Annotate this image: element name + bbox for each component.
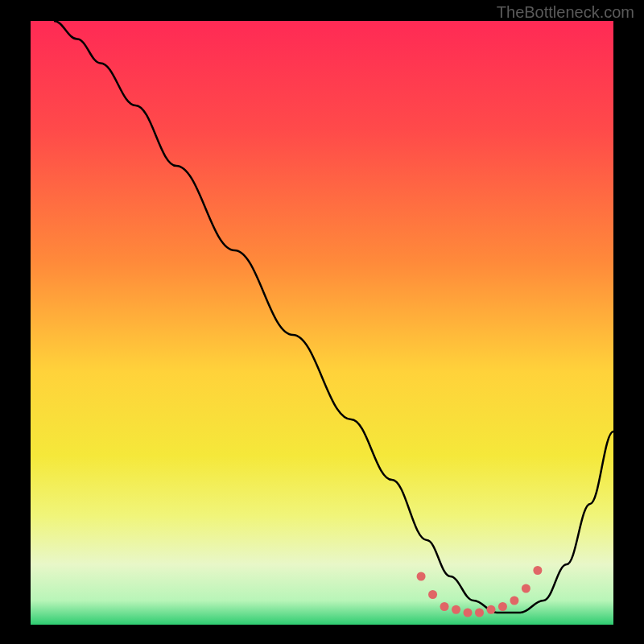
marker-dot xyxy=(522,584,530,593)
chart-svg xyxy=(31,21,613,625)
marker-dot xyxy=(475,609,484,617)
marker-dot xyxy=(486,605,495,614)
plot-area xyxy=(31,21,613,625)
marker-dot xyxy=(440,602,449,611)
marker-dot xyxy=(452,605,460,614)
marker-dot xyxy=(464,609,473,617)
marker-dot xyxy=(428,590,437,599)
gradient-background xyxy=(31,21,613,625)
marker-dot xyxy=(498,602,507,611)
marker-dot xyxy=(510,597,518,605)
chart-container: TheBottleneck.com xyxy=(0,0,644,644)
marker-dot xyxy=(533,566,542,575)
marker-dot xyxy=(417,572,426,581)
watermark-text: TheBottleneck.com xyxy=(497,3,634,22)
